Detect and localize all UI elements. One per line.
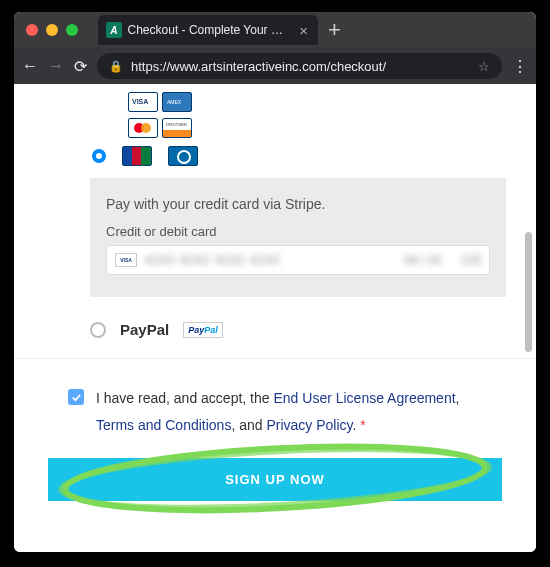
terms-row: I have read, and accept, the End User Li… xyxy=(68,385,482,438)
privacy-policy-link[interactable]: Privacy Policy xyxy=(266,417,352,433)
reload-button[interactable]: ⟳ xyxy=(74,57,87,76)
discover-icon xyxy=(162,118,192,138)
stripe-description: Pay with your credit card via Stripe. xyxy=(106,196,490,212)
check-icon xyxy=(71,392,82,403)
traffic-lights xyxy=(26,24,78,36)
tab-bar: A Checkout - Complete Your Sub × + xyxy=(98,12,341,48)
radio-selected-icon xyxy=(92,149,106,163)
card-brand-row-2 xyxy=(128,118,506,138)
card-brand-row-1 xyxy=(128,92,506,112)
paypal-label: PayPal xyxy=(120,321,169,338)
radio-unselected-icon xyxy=(90,322,106,338)
card-number-input[interactable]: VISA 4242 4242 4242 4242 04 / 24 123 xyxy=(106,245,490,275)
close-tab-icon[interactable]: × xyxy=(299,22,308,39)
back-button[interactable]: ← xyxy=(22,57,38,75)
jcb-icon xyxy=(122,146,152,166)
card-brand-mini-icon: VISA xyxy=(115,253,137,267)
scrollbar-thumb[interactable] xyxy=(525,232,532,352)
lock-icon: 🔒 xyxy=(109,60,123,73)
url-input[interactable]: 🔒 https://www.artsinteractiveinc.com/che… xyxy=(97,53,502,79)
divider xyxy=(14,358,536,359)
cta-container: SIGN UP NOW xyxy=(48,458,502,501)
credit-card-option[interactable] xyxy=(92,146,506,166)
paypal-option[interactable]: PayPal PayPal xyxy=(90,321,506,338)
card-field-label: Credit or debit card xyxy=(106,224,490,239)
page-content: Pay with your credit card via Stripe. Cr… xyxy=(14,84,536,552)
terms-text: I have read, and accept, the End User Li… xyxy=(96,385,482,438)
eula-link[interactable]: End User License Agreement xyxy=(273,390,455,406)
terms-conditions-link[interactable]: Terms and Conditions xyxy=(96,417,231,433)
browser-tab[interactable]: A Checkout - Complete Your Sub × xyxy=(98,15,318,45)
required-asterisk: * xyxy=(360,417,365,433)
card-number-value: 4242 4242 4242 4242 xyxy=(145,253,281,267)
favicon-icon: A xyxy=(106,22,122,38)
card-cvc-value: 123 xyxy=(461,253,481,267)
diners-icon xyxy=(168,146,198,166)
maximize-window-button[interactable] xyxy=(66,24,78,36)
window-titlebar: A Checkout - Complete Your Sub × + xyxy=(14,12,536,48)
amex-icon xyxy=(162,92,192,112)
terms-checkbox[interactable] xyxy=(68,389,84,405)
forward-button[interactable]: → xyxy=(48,57,64,75)
sign-up-button[interactable]: SIGN UP NOW xyxy=(48,458,502,501)
visa-icon xyxy=(128,92,158,112)
url-text: https://www.artsinteractiveinc.com/check… xyxy=(131,59,386,74)
address-bar: ← → ⟳ 🔒 https://www.artsinteractiveinc.c… xyxy=(14,48,536,84)
menu-button[interactable]: ⋮ xyxy=(512,57,528,76)
tab-title: Checkout - Complete Your Sub xyxy=(128,23,288,37)
close-window-button[interactable] xyxy=(26,24,38,36)
new-tab-button[interactable]: + xyxy=(328,17,341,43)
paypal-icon: PayPal xyxy=(183,322,223,338)
mastercard-icon xyxy=(128,118,158,138)
stripe-panel: Pay with your credit card via Stripe. Cr… xyxy=(90,178,506,297)
minimize-window-button[interactable] xyxy=(46,24,58,36)
card-expiry-value: 04 / 24 xyxy=(404,253,441,267)
bookmark-icon[interactable]: ☆ xyxy=(478,59,490,74)
browser-window: A Checkout - Complete Your Sub × + ← → ⟳… xyxy=(14,12,536,552)
